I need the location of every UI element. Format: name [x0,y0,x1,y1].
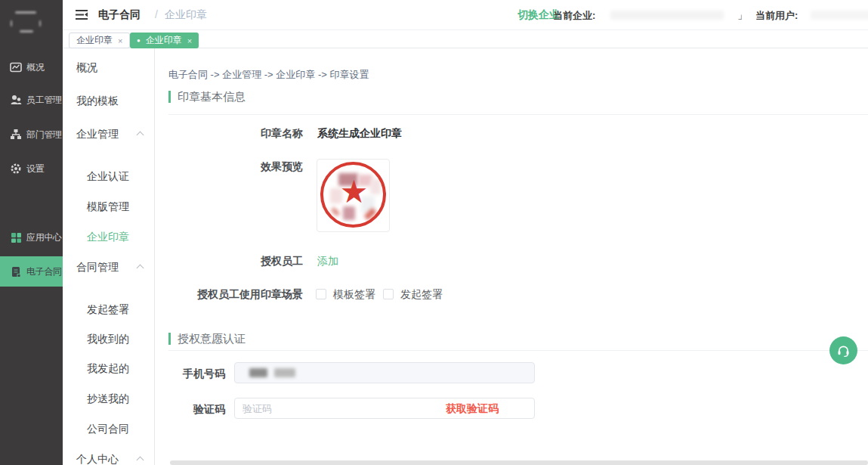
breadcrumb-current: 企业印章 [165,8,207,22]
menu-received[interactable]: 我收到的 [63,328,155,349]
menu-enterprise-management[interactable]: 企业管理 [63,123,155,144]
current-user-label: 当前用户: [755,9,798,23]
horizontal-scrollbar[interactable] [170,460,868,465]
company-name-bracket: 」 [737,9,747,23]
section-title-auth-will: 授权意愿认证 [168,333,246,345]
menu-initiated-by-me[interactable]: 我发起的 [63,358,155,379]
sidebar-item-label: 概况 [26,61,44,74]
secondary-sidebar: 概况 我的模板 企业管理 企业认证 模版管理 企业印章 合同管理 发起签署 我收… [63,48,155,465]
menu-company-contracts[interactable]: 公司合同 [63,418,155,439]
chevron-up-icon [137,457,144,464]
add-staff-link[interactable]: 添加 [317,255,338,268]
tab-label: 企业印章 [76,34,113,47]
top-header: 电子合同 / 企业印章 切换企业 当前企业: 」 当前用户: · · [63,0,868,30]
menu-initiate-signing[interactable]: 发起签署 [63,299,155,320]
open-tabs-bar: 企业印章 × ● 企业印章 × [63,30,868,48]
seal-star-icon: ★ [317,176,390,208]
seal-scene-label: 授权员工使用印章场景 [168,288,303,302]
menu-cc-to-me[interactable]: 抄送我的 [63,388,155,409]
seal-preview-image: ★ [317,159,390,232]
seal-name-label: 印章名称 [168,127,303,141]
phone-redacted-segment [274,368,295,377]
active-tab-dot-icon: ● [137,38,141,44]
tab-enterprise-seal-active[interactable]: ● 企业印章 × [130,33,199,48]
sidebar-item-overview[interactable]: 概况 [0,57,63,78]
gear-icon [10,163,22,175]
menu-enterprise-seal[interactable]: 企业印章 [63,226,155,247]
initiate-sign-checkbox[interactable] [383,289,394,299]
template-sign-checkbox-label: 模板签署 [333,288,375,302]
menu-overview[interactable]: 概况 [63,57,155,78]
verify-code-label: 验证码 [168,403,225,417]
headset-icon [836,343,851,358]
section-divider [168,114,868,115]
main-content: 电子合同 -> 企业管理 -> 企业印章 -> 印章设置 印章基本信息 印章名称… [155,48,868,465]
menu-contract-management[interactable]: 合同管理 [63,256,155,277]
seal-preview-label: 效果预览 [168,160,303,174]
tab-label: 企业印章 [146,34,182,47]
seal-name-value: 系统生成企业印章 [317,127,402,141]
template-sign-checkbox[interactable] [316,289,326,299]
sidebar-item-app-center[interactable]: 应用中心 [0,227,63,248]
sidebar-item-label: 应用中心 [26,231,62,244]
breadcrumb-separator: / [155,8,158,20]
menu-personal-center[interactable]: 个人中心 [63,448,155,465]
sidebar-item-label: 部门管理 [26,129,62,141]
sidebar-item-label: 设置 [26,163,44,175]
authorized-staff-label: 授权员工 [168,255,303,268]
app-window: 概况 员工管理 部门管理 设置 应用中心 [0,0,868,465]
sidebar-item-departments[interactable]: 部门管理 [0,124,63,145]
sidebar-item-label: 电子合同 [26,265,62,278]
tab-close-icon[interactable]: × [118,36,122,45]
current-user-name-redacted [811,11,868,20]
primary-sidebar: 概况 员工管理 部门管理 设置 应用中心 [0,0,63,465]
employees-icon [10,94,22,106]
overview-chart-icon [10,61,22,73]
section-divider [168,350,868,351]
get-verify-code-button[interactable]: 获取验证码 [446,402,499,416]
company-logo [0,0,63,42]
departments-icon [10,129,22,141]
phone-redacted-segment [249,368,267,377]
contract-icon [10,265,22,277]
collapse-menu-icon[interactable] [76,9,89,20]
menu-template-management[interactable]: 模版管理 [63,196,155,217]
content-breadcrumb: 电子合同 -> 企业管理 -> 企业印章 -> 印章设置 [168,68,369,82]
menu-my-templates[interactable]: 我的模板 [63,90,155,111]
sidebar-item-settings[interactable]: 设置 [0,158,63,179]
tab-close-icon[interactable]: × [187,36,192,45]
chevron-up-icon [137,265,144,272]
sidebar-item-e-contract[interactable]: 电子合同 [0,256,63,287]
customer-service-button[interactable] [829,336,857,364]
app-center-icon [10,231,22,243]
menu-enterprise-auth[interactable]: 企业认证 [63,166,155,187]
phone-number-label: 手机号码 [168,367,225,381]
tab-enterprise-seal[interactable]: 企业印章 × [69,33,130,48]
section-title-seal-basic-info: 印章基本信息 [168,91,246,103]
sidebar-item-employees[interactable]: 员工管理 [0,89,63,110]
current-company-name-redacted [610,11,724,20]
initiate-sign-checkbox-label: 发起签署 [400,288,443,302]
current-company-label: 当前企业: [553,9,595,23]
page-title: 电子合同 [98,8,141,22]
chevron-up-icon [137,132,144,139]
sidebar-item-label: 员工管理 [26,94,62,107]
